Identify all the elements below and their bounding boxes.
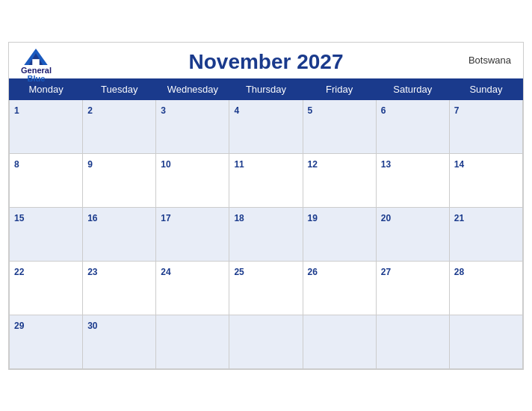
day-cell: 6 bbox=[376, 99, 449, 153]
week-row-3: 15161718192021 bbox=[10, 207, 523, 261]
weekday-header-thursday: Thursday bbox=[229, 78, 303, 99]
day-cell: 12 bbox=[303, 153, 376, 207]
day-number: 13 bbox=[381, 159, 391, 170]
day-cell: 1 bbox=[10, 99, 83, 153]
day-number: 29 bbox=[14, 321, 24, 331]
logo-general: General bbox=[21, 67, 52, 75]
day-number: 8 bbox=[14, 159, 19, 170]
weekday-header-friday: Friday bbox=[303, 78, 376, 99]
day-number: 28 bbox=[454, 267, 464, 277]
calendar-grid: MondayTuesdayWednesdayThursdayFridaySatu… bbox=[9, 78, 523, 369]
weekday-header-row: MondayTuesdayWednesdayThursdayFridaySatu… bbox=[10, 78, 523, 99]
day-number: 26 bbox=[308, 267, 318, 277]
weekday-header-sunday: Sunday bbox=[449, 78, 522, 99]
week-row-2: 891011121314 bbox=[10, 153, 523, 207]
svg-rect-2 bbox=[33, 59, 40, 65]
day-cell: 2 bbox=[83, 99, 156, 153]
day-number: 9 bbox=[87, 159, 93, 170]
day-number: 18 bbox=[234, 213, 244, 223]
day-number: 25 bbox=[234, 267, 244, 277]
day-number: 19 bbox=[308, 213, 318, 223]
day-number: 21 bbox=[454, 213, 464, 223]
day-number: 16 bbox=[87, 213, 97, 223]
day-cell: 7 bbox=[449, 99, 522, 153]
week-row-1: 1234567 bbox=[10, 99, 523, 153]
day-cell bbox=[156, 315, 229, 368]
weekday-header-saturday: Saturday bbox=[376, 78, 449, 99]
day-cell: 23 bbox=[83, 261, 156, 315]
day-cell: 22 bbox=[10, 261, 83, 315]
day-cell: 29 bbox=[10, 315, 83, 368]
day-cell: 21 bbox=[449, 207, 522, 261]
calendar-container: General Blue November 2027 Botswana Mond… bbox=[8, 42, 524, 370]
day-number: 4 bbox=[234, 105, 239, 116]
day-cell: 17 bbox=[156, 207, 229, 261]
day-number: 30 bbox=[87, 321, 97, 331]
day-cell: 15 bbox=[10, 207, 83, 261]
day-number: 14 bbox=[454, 159, 464, 170]
week-row-4: 22232425262728 bbox=[10, 261, 523, 315]
day-cell: 16 bbox=[83, 207, 156, 261]
day-cell: 20 bbox=[376, 207, 449, 261]
calendar-header: General Blue November 2027 Botswana bbox=[9, 43, 523, 78]
day-cell: 19 bbox=[303, 207, 376, 261]
country-label: Botswana bbox=[468, 55, 511, 66]
day-number: 2 bbox=[87, 105, 93, 116]
day-cell: 28 bbox=[449, 261, 522, 315]
day-number: 7 bbox=[454, 105, 460, 116]
day-number: 3 bbox=[161, 105, 166, 116]
day-cell: 3 bbox=[156, 99, 229, 153]
day-cell: 11 bbox=[229, 153, 303, 207]
day-cell: 18 bbox=[229, 207, 303, 261]
day-number: 17 bbox=[161, 213, 170, 223]
day-number: 27 bbox=[381, 267, 391, 277]
day-cell: 8 bbox=[10, 153, 83, 207]
day-cell: 5 bbox=[303, 99, 376, 153]
day-number: 15 bbox=[14, 213, 24, 223]
logo-icon bbox=[24, 49, 48, 65]
weekday-header-tuesday: Tuesday bbox=[83, 78, 156, 99]
day-cell: 13 bbox=[376, 153, 449, 207]
day-cell bbox=[449, 315, 522, 368]
weekday-header-wednesday: Wednesday bbox=[156, 78, 229, 99]
day-number: 20 bbox=[381, 213, 391, 223]
day-cell: 24 bbox=[156, 261, 229, 315]
day-number: 1 bbox=[14, 105, 19, 116]
day-cell bbox=[229, 315, 303, 368]
day-cell: 14 bbox=[449, 153, 522, 207]
day-number: 11 bbox=[234, 159, 244, 170]
day-number: 12 bbox=[308, 159, 318, 170]
day-cell bbox=[376, 315, 449, 368]
logo-blue-text: Blue bbox=[28, 75, 46, 83]
day-number: 24 bbox=[161, 267, 170, 277]
day-number: 22 bbox=[14, 267, 24, 277]
month-title: November 2027 bbox=[188, 50, 343, 74]
day-cell bbox=[303, 315, 376, 368]
day-number: 6 bbox=[381, 105, 386, 116]
day-cell: 30 bbox=[83, 315, 156, 368]
day-cell: 27 bbox=[376, 261, 449, 315]
day-number: 5 bbox=[308, 105, 313, 116]
logo-area: General Blue bbox=[21, 49, 52, 83]
day-cell: 4 bbox=[229, 99, 303, 153]
day-cell: 9 bbox=[83, 153, 156, 207]
day-cell: 10 bbox=[156, 153, 229, 207]
day-cell: 25 bbox=[229, 261, 303, 315]
week-row-5: 2930 bbox=[10, 315, 523, 368]
day-number: 23 bbox=[87, 267, 97, 277]
day-number: 10 bbox=[161, 159, 170, 170]
day-cell: 26 bbox=[303, 261, 376, 315]
